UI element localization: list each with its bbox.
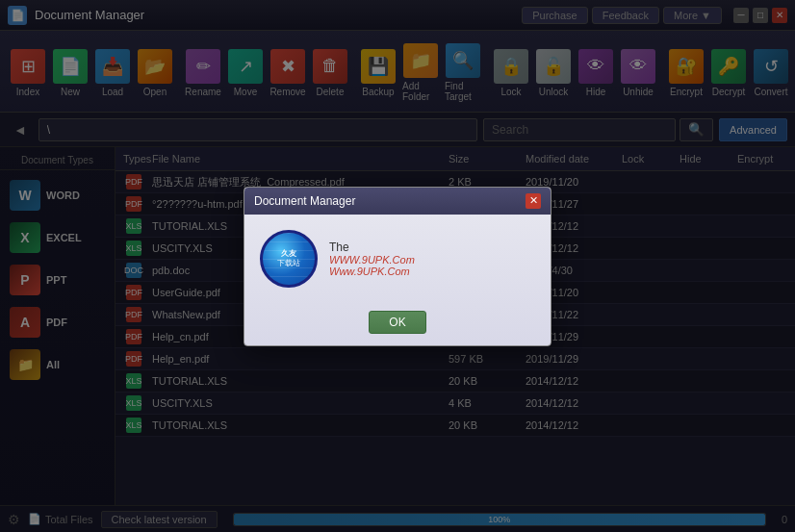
modal-title: Document Manager	[254, 194, 355, 208]
modal-close-button[interactable]: ✕	[526, 193, 541, 209]
modal-overlay: Document Manager ✕ 久友 下载站 The WWW.9UPK.C…	[0, 0, 795, 532]
modal-url1: WWW.9UPK.Com	[329, 254, 535, 266]
modal-body: 久友 下载站 The WWW.9UPK.Com Www.9UPK.Com	[244, 215, 551, 303]
modal-ok-button[interactable]: OK	[369, 311, 425, 334]
modal-text: The WWW.9UPK.Com Www.9UPK.Com	[329, 241, 535, 277]
modal-titlebar: Document Manager ✕	[244, 188, 551, 215]
modal-footer: OK	[244, 303, 551, 345]
globe-icon: 久友 下载站	[260, 230, 318, 288]
modal-url2: Www.9UPK.Com	[329, 266, 535, 277]
modal-dialog: Document Manager ✕ 久友 下载站 The WWW.9UPK.C…	[244, 187, 551, 346]
modal-line1: The	[329, 241, 535, 254]
